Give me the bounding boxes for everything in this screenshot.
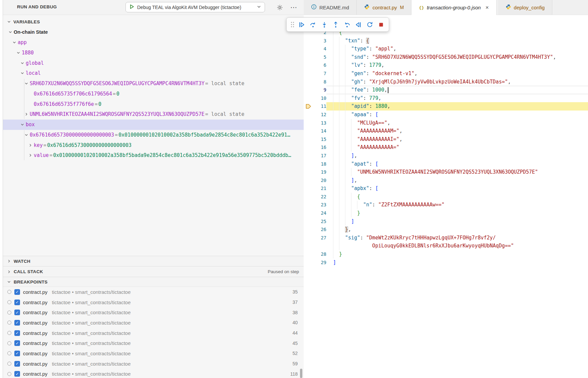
tree-row[interactable]: local xyxy=(3,68,304,78)
breakpoint-checkbox[interactable]: ✓ xyxy=(14,371,20,377)
code-line-content[interactable]: "txn": { xyxy=(326,37,588,45)
editor-line[interactable]: 21"apbx": [ xyxy=(304,184,588,193)
gutter-glyph-margin[interactable] xyxy=(304,94,312,103)
editor-line[interactable]: 13"MCLUgA==", xyxy=(304,119,588,127)
gutter-glyph-margin[interactable] xyxy=(304,250,312,258)
tab-contract[interactable]: contract.pyM xyxy=(357,0,411,15)
continue-button[interactable] xyxy=(297,20,306,29)
code-line-content[interactable]: ] xyxy=(326,217,588,226)
code-line-content[interactable]: "apat": [ xyxy=(326,160,588,168)
call-stack-section-header[interactable]: CALL STACK Paused on step xyxy=(3,266,304,277)
more-actions-icon[interactable]: ⋯ xyxy=(289,3,298,12)
start-debug-icon[interactable] xyxy=(129,4,134,11)
editor-line[interactable]: 22{ xyxy=(304,193,588,201)
code-line-content[interactable]: "gh": "XrjqMlCpJ6h9h7jyVw0bLvkpzUoWeIA4L… xyxy=(326,78,588,86)
gutter-glyph-margin[interactable] xyxy=(304,168,312,176)
tab-readme[interactable]: README.md xyxy=(304,0,357,15)
code-line-content[interactable]: "apbx": [ xyxy=(326,184,588,193)
code-line-content[interactable]: OpiLouqyG0kkEDLBNlsr6RxXJbu6arKwyoyqHUbN… xyxy=(326,242,588,250)
code-line-content[interactable]: "n": "Z2FtZXMAAAAAAAAAAw==" xyxy=(326,201,588,209)
code-line-content[interactable]: ], xyxy=(326,152,588,160)
breakpoint-row[interactable]: ✓contract.pytictactoe • smart_contracts/… xyxy=(3,307,304,318)
chevron-right-icon[interactable] xyxy=(6,269,12,274)
line-number[interactable]: 4 xyxy=(312,45,326,53)
editor-line[interactable]: 14"AAAAAAAAAAM=", xyxy=(304,127,588,135)
watch-section-header[interactable]: WATCH xyxy=(3,256,304,266)
gutter-glyph-margin[interactable] xyxy=(304,53,312,61)
gutter-glyph-margin[interactable] xyxy=(304,217,312,226)
breakpoint-row[interactable]: ✓contract.pytictactoe • smart_contracts/… xyxy=(3,318,304,328)
line-number[interactable]: 27 xyxy=(312,234,326,242)
editor-line[interactable]: 8"gh": "XrjqMlCpJ6h9h7jyVw0bLvkpzUoWeIA4… xyxy=(304,78,588,86)
breakpoint-circle-icon[interactable] xyxy=(7,331,11,335)
reverse-continue-button[interactable] xyxy=(353,20,363,29)
tree-row[interactable]: On-chain State xyxy=(3,27,304,37)
line-number[interactable]: 25 xyxy=(312,217,326,226)
breakpoint-checkbox[interactable]: ✓ xyxy=(14,361,20,367)
code-line-content[interactable]: "MCLUgA==", xyxy=(326,119,588,127)
code-line-content[interactable]: "AAAAAAAAAAA=" xyxy=(326,143,588,152)
editor-line[interactable]: 9"fee": 1000, xyxy=(304,86,588,94)
gutter-glyph-margin[interactable] xyxy=(304,209,312,217)
gutter-glyph-margin[interactable] xyxy=(304,201,312,209)
line-number[interactable]: 29 xyxy=(312,258,326,267)
gear-icon[interactable] xyxy=(275,3,284,12)
editor-code-area[interactable]: 2{3"txn": {4"type": "appl",5"snd": "SRH6… xyxy=(304,28,588,266)
line-number[interactable]: 22 xyxy=(312,193,326,201)
gutter-glyph-margin[interactable] xyxy=(304,225,312,234)
editor-line[interactable]: OpiLouqyG0kkEDLBNlsr6RxXJbu6arKwyoyqHUbN… xyxy=(304,242,588,250)
tree-row[interactable]: UNML6W5NVHRIKTEOZAA4NI2SWQROSGNFNY2QS523… xyxy=(3,109,304,120)
paused-line-icon[interactable] xyxy=(304,102,312,111)
breakpoint-row[interactable]: ✓contract.pytictactoe • smart_contracts/… xyxy=(3,348,304,359)
gutter-glyph-margin[interactable] xyxy=(304,242,312,250)
code-line-content[interactable]: "AAAAAAAAAAI=", xyxy=(326,135,588,144)
gutter-glyph-margin[interactable] xyxy=(304,45,312,53)
line-number[interactable]: 11 xyxy=(312,102,326,111)
tree-row[interactable]: box xyxy=(3,120,304,130)
line-number[interactable]: 21 xyxy=(312,184,326,193)
stop-button[interactable] xyxy=(376,20,386,29)
code-line-content[interactable]: "apid": 1880, xyxy=(326,102,588,111)
code-line-content[interactable]: "sig": "DmeWt2zKUkRryc7tHHHapwzLgqUX+7FO… xyxy=(326,234,588,242)
code-line-content[interactable]: ] xyxy=(326,258,588,267)
chevron-down-icon[interactable] xyxy=(16,50,21,55)
gutter-glyph-margin[interactable] xyxy=(304,61,312,69)
chevron-down-icon[interactable] xyxy=(6,279,12,285)
editor-line[interactable]: 17], xyxy=(304,152,588,160)
editor-line[interactable]: 3"txn": { xyxy=(304,37,588,45)
code-line-content[interactable]: { xyxy=(326,193,588,201)
debug-config-dropdown[interactable]: Debug TEAL via AlgoKit AVM Debugger (tic… xyxy=(125,2,265,12)
editor-line[interactable]: 11"apid": 1880, xyxy=(304,102,588,111)
breakpoint-circle-icon[interactable] xyxy=(7,351,11,355)
gutter-glyph-margin[interactable] xyxy=(304,234,312,242)
editor-line[interactable]: 24} xyxy=(304,209,588,217)
tree-row[interactable]: key = 0x67616d65730000000000000003 xyxy=(3,140,304,150)
chevron-down-icon[interactable] xyxy=(6,19,12,24)
line-number[interactable]: 19 xyxy=(312,168,326,176)
tree-row[interactable]: 0x67616d65735f776f6e = 0 xyxy=(3,99,304,109)
code-line-content[interactable]: "UNML6W5NVHRIKTEOZAA4NI2SWQROSGNFNY2QS52… xyxy=(326,168,588,176)
breakpoint-checkbox[interactable]: ✓ xyxy=(14,310,20,315)
code-line-content[interactable]: "type": "appl", xyxy=(326,45,588,53)
close-icon[interactable]: × xyxy=(486,4,489,11)
gutter-glyph-margin[interactable] xyxy=(304,119,312,127)
line-number[interactable]: 10 xyxy=(312,94,326,103)
editor-line[interactable]: 5"snd": "SRH6D7XU2N6WQQ5SSYDQFG5ESO6JWEQ… xyxy=(304,53,588,61)
line-number[interactable]: 9 xyxy=(312,86,326,94)
breakpoint-row[interactable]: ✓contract.pytictactoe • smart_contracts/… xyxy=(3,297,304,308)
gutter-glyph-margin[interactable] xyxy=(304,176,312,185)
chevron-down-icon[interactable] xyxy=(8,29,13,35)
step-into-button[interactable] xyxy=(319,20,329,29)
chevron-right-icon[interactable] xyxy=(24,112,29,117)
breakpoint-checkbox[interactable]: ✓ xyxy=(14,300,20,305)
tree-row[interactable]: app xyxy=(3,37,304,48)
chevron-down-icon[interactable] xyxy=(20,70,25,76)
tab-deploy-config[interactable]: deploy_config xyxy=(498,0,553,15)
editor-line[interactable]: 15"AAAAAAAAAAI=", xyxy=(304,135,588,144)
editor-line[interactable]: 6"lv": 1779, xyxy=(304,61,588,69)
breakpoint-checkbox[interactable]: ✓ xyxy=(14,351,20,356)
chevron-right-icon[interactable] xyxy=(6,258,12,264)
line-number[interactable]: 6 xyxy=(312,61,326,69)
code-line-content[interactable]: "fee": 1000, xyxy=(326,86,588,94)
gutter-glyph-margin[interactable] xyxy=(304,135,312,144)
